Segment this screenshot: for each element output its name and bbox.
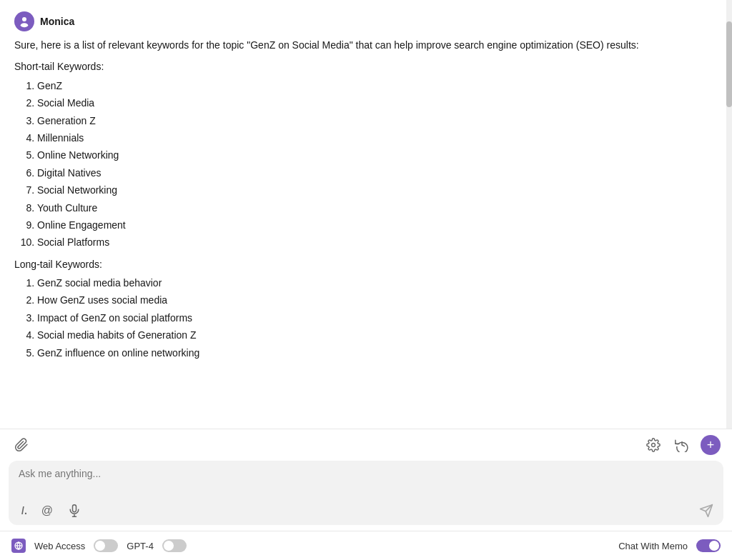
long-tail-list: GenZ social media behavior How GenZ uses… [37,275,718,361]
svg-point-0 [22,17,26,21]
toolbar-left [11,435,31,455]
gpt4-toggle-thumb [164,541,174,551]
chat-memo-toggle-thumb [709,541,719,551]
list-item: Impact of GenZ on social platforms [37,310,718,326]
attachment-button[interactable] [11,435,31,455]
input-icons: /. @ [19,501,84,521]
list-item: Online Engagement [37,217,718,233]
list-item: GenZ social media behavior [37,275,718,291]
message-header: Monica [14,11,718,31]
settings-button[interactable] [643,435,663,455]
short-tail-label: Short-tail Keywords: [14,59,718,74]
input-area: /. @ [9,461,723,525]
message-intro: Sure, here is a list of relevant keyword… [14,37,718,53]
bottom-bar: Web Access GPT-4 Chat With Memo [0,531,732,560]
scrollbar[interactable] [726,0,732,429]
web-access-label: Web Access [34,541,85,551]
scrollbar-thumb[interactable] [726,21,732,107]
web-access-icon [11,539,26,553]
chat-memo-toggle[interactable] [696,539,721,552]
toolbar-right: + [643,435,721,455]
long-tail-label: Long-tail Keywords: [14,256,718,272]
send-button[interactable] [699,504,713,518]
gpt4-toggle[interactable] [162,539,187,552]
history-button[interactable] [672,435,692,455]
list-item: Social Platforms [37,234,718,250]
chat-input[interactable] [19,468,713,491]
list-item: GenZ influence on online networking [37,345,718,361]
web-access-toggle-thumb [95,541,105,551]
list-item: Online Networking [37,147,718,163]
list-item: Youth Culture [37,200,718,216]
gpt4-label: GPT-4 [127,541,154,551]
list-item: Social media habits of Generation Z [37,327,718,343]
toolbar-row: + [0,429,732,461]
bottom-right: Chat With Memo [618,539,721,552]
voice-button[interactable] [64,501,84,521]
bottom-left: Web Access GPT-4 [11,539,187,553]
svg-point-1 [21,23,29,27]
input-bottom: /. @ [19,501,713,521]
sender-name: Monica [40,16,74,27]
slash-command-button[interactable]: /. [19,502,30,519]
list-item: Generation Z [37,113,718,129]
chat-container: Monica Sure, here is a list of relevant … [0,0,732,429]
short-tail-list: GenZ Social Media Generation Z Millennia… [37,78,718,251]
svg-rect-2 [73,505,76,512]
mention-button[interactable]: @ [39,501,56,520]
web-access-toggle[interactable] [94,539,118,552]
list-item: How GenZ uses social media [37,292,718,308]
new-chat-button[interactable]: + [701,435,721,455]
list-item: GenZ [37,78,718,94]
list-item: Digital Natives [37,165,718,181]
chat-memo-label: Chat With Memo [618,541,688,551]
message-body: Sure, here is a list of relevant keyword… [14,37,718,361]
list-item: Millennials [37,130,718,146]
list-item: Social Media [37,95,718,111]
avatar [14,11,34,31]
list-item: Social Networking [37,182,718,198]
